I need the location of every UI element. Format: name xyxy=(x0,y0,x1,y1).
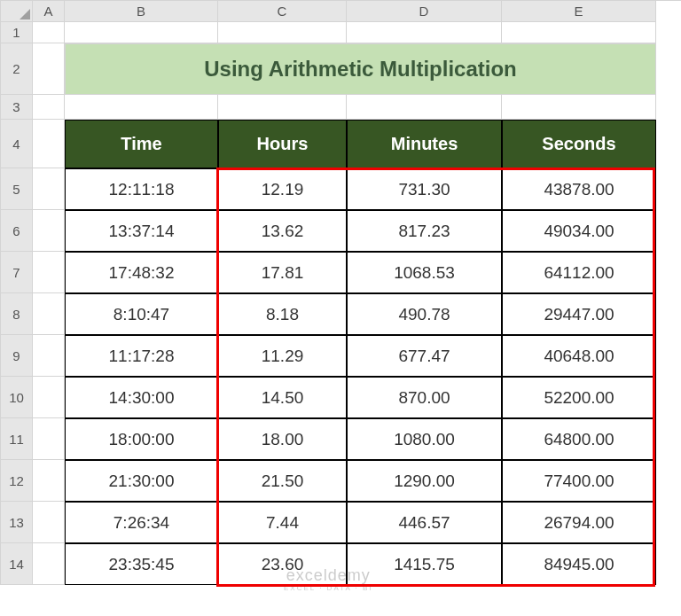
row-header-8[interactable]: 8 xyxy=(1,293,33,335)
cell-minutes-5[interactable]: 870.00 xyxy=(347,377,502,418)
cell-A10[interactable] xyxy=(33,377,65,418)
row-header-3[interactable]: 3 xyxy=(1,95,33,120)
cell-A3[interactable] xyxy=(33,95,65,120)
cell-hours-1[interactable]: 13.62 xyxy=(218,210,347,252)
cell-seconds-8[interactable]: 26794.00 xyxy=(502,502,656,543)
cell-hours-6[interactable]: 18.00 xyxy=(218,418,347,460)
cell-minutes-7[interactable]: 1290.00 xyxy=(347,460,502,502)
cell-minutes-3[interactable]: 490.78 xyxy=(347,293,502,335)
cell-minutes-2[interactable]: 1068.53 xyxy=(347,252,502,293)
cell-A4[interactable] xyxy=(33,120,65,168)
cell-hours-2[interactable]: 17.81 xyxy=(218,252,347,293)
cell-row3-3[interactable] xyxy=(502,95,656,120)
cell-seconds-5[interactable]: 52200.00 xyxy=(502,377,656,418)
row-header-12[interactable]: 12 xyxy=(1,460,33,502)
cell-seconds-0[interactable]: 43878.00 xyxy=(502,168,656,210)
cell-hours-7[interactable]: 21.50 xyxy=(218,460,347,502)
watermark-line2: EXCEL · DATA · BI xyxy=(284,585,373,593)
cell-A12[interactable] xyxy=(33,460,65,502)
cell-time-2[interactable]: 17:48:32 xyxy=(65,252,218,293)
row-header-9[interactable]: 9 xyxy=(1,335,33,377)
cell-time-3[interactable]: 8:10:47 xyxy=(65,293,218,335)
cell-time-6[interactable]: 18:00:00 xyxy=(65,418,218,460)
cell-seconds-9[interactable]: 84945.00 xyxy=(502,543,656,585)
cell-row3-1[interactable] xyxy=(218,95,347,120)
cell-time-1[interactable]: 13:37:14 xyxy=(65,210,218,252)
cell-seconds-6[interactable]: 64800.00 xyxy=(502,418,656,460)
cell-minutes-1[interactable]: 817.23 xyxy=(347,210,502,252)
col-header-C[interactable]: C xyxy=(218,1,347,22)
row-header-14[interactable]: 14 xyxy=(1,543,33,585)
cell-A7[interactable] xyxy=(33,252,65,293)
cell-minutes-8[interactable]: 446.57 xyxy=(347,502,502,543)
col-seconds-header: Seconds xyxy=(502,120,656,168)
cell-hours-4[interactable]: 11.29 xyxy=(218,335,347,377)
row-header-4[interactable]: 4 xyxy=(1,120,33,168)
row-header-5[interactable]: 5 xyxy=(1,168,33,210)
row-header-1[interactable]: 1 xyxy=(1,22,33,43)
row-header-11[interactable]: 11 xyxy=(1,418,33,460)
col-header-D[interactable]: D xyxy=(347,1,502,22)
cell-hours-3[interactable]: 8.18 xyxy=(218,293,347,335)
row-header-13[interactable]: 13 xyxy=(1,502,33,543)
row-header-7[interactable]: 7 xyxy=(1,252,33,293)
spreadsheet-grid: ABCDE1234567891011121314Using Arithmetic… xyxy=(0,0,681,585)
cell-row1-3[interactable] xyxy=(502,22,656,43)
cell-hours-9[interactable]: 23.60 xyxy=(218,543,347,585)
row-header-2[interactable]: 2 xyxy=(1,43,33,95)
cell-hours-5[interactable]: 14.50 xyxy=(218,377,347,418)
cell-row1-0[interactable] xyxy=(65,22,218,43)
cell-A11[interactable] xyxy=(33,418,65,460)
cell-row1-2[interactable] xyxy=(347,22,502,43)
cell-A1[interactable] xyxy=(33,22,65,43)
cell-seconds-4[interactable]: 40648.00 xyxy=(502,335,656,377)
cell-time-0[interactable]: 12:11:18 xyxy=(65,168,218,210)
cell-A6[interactable] xyxy=(33,210,65,252)
cell-A13[interactable] xyxy=(33,502,65,543)
cell-minutes-6[interactable]: 1080.00 xyxy=(347,418,502,460)
cell-minutes-0[interactable]: 731.30 xyxy=(347,168,502,210)
col-header-E[interactable]: E xyxy=(502,1,656,22)
cell-time-4[interactable]: 11:17:28 xyxy=(65,335,218,377)
cell-time-9[interactable]: 23:35:45 xyxy=(65,543,218,585)
cell-A5[interactable] xyxy=(33,168,65,210)
cell-time-5[interactable]: 14:30:00 xyxy=(65,377,218,418)
cell-hours-0[interactable]: 12.19 xyxy=(218,168,347,210)
select-all-corner[interactable] xyxy=(1,1,33,22)
col-hours-header: Hours xyxy=(218,120,347,168)
cell-seconds-1[interactable]: 49034.00 xyxy=(502,210,656,252)
col-header-B[interactable]: B xyxy=(65,1,218,22)
cell-A9[interactable] xyxy=(33,335,65,377)
cell-row3-0[interactable] xyxy=(65,95,218,120)
cell-hours-8[interactable]: 7.44 xyxy=(218,502,347,543)
row-header-10[interactable]: 10 xyxy=(1,377,33,418)
cell-minutes-4[interactable]: 677.47 xyxy=(347,335,502,377)
cell-time-8[interactable]: 7:26:34 xyxy=(65,502,218,543)
cell-A14[interactable] xyxy=(33,543,65,585)
col-time-header: Time xyxy=(65,120,218,168)
cell-row3-2[interactable] xyxy=(347,95,502,120)
cell-time-7[interactable]: 21:30:00 xyxy=(65,460,218,502)
row-header-6[interactable]: 6 xyxy=(1,210,33,252)
cell-minutes-9[interactable]: 1415.75 xyxy=(347,543,502,585)
col-header-A[interactable]: A xyxy=(33,1,65,22)
cell-A8[interactable] xyxy=(33,293,65,335)
title-cell: Using Arithmetic Multiplication xyxy=(65,43,656,95)
col-minutes-header: Minutes xyxy=(347,120,502,168)
cell-A2[interactable] xyxy=(33,43,65,95)
cell-seconds-7[interactable]: 77400.00 xyxy=(502,460,656,502)
cell-seconds-3[interactable]: 29447.00 xyxy=(502,293,656,335)
cell-row1-1[interactable] xyxy=(218,22,347,43)
cell-seconds-2[interactable]: 64112.00 xyxy=(502,252,656,293)
